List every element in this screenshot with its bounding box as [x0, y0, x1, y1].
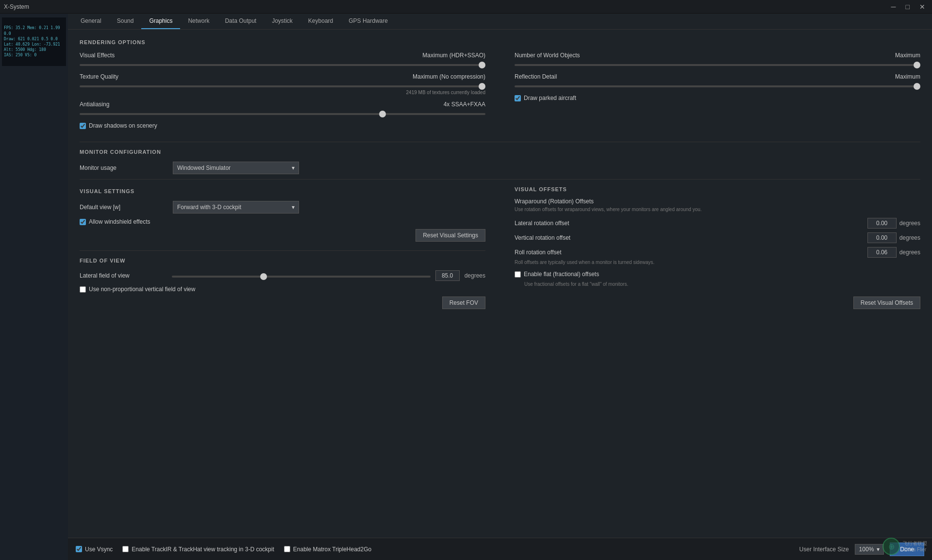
- lateral-fov-slider[interactable]: [172, 276, 431, 278]
- allow-windshield-row[interactable]: Allow windshield effects: [80, 218, 485, 225]
- enable-trackir-label: Enable TrackIR & TrackHat view tracking …: [132, 546, 274, 553]
- antialiasing-value: 4x SSAA+FXAA: [444, 101, 485, 108]
- default-view-select[interactable]: Forward with 3-D cockpit ▾: [173, 201, 299, 214]
- flat-offsets-row[interactable]: Enable flat (fractional) offsets: [515, 271, 920, 278]
- non-proportional-row[interactable]: Use non-proportional vertical field of v…: [80, 286, 485, 293]
- visual-settings-section: VISUAL SETTINGS Default view [w] Forward…: [80, 188, 485, 242]
- tab-data-output[interactable]: Data Output: [217, 14, 264, 29]
- tab-general[interactable]: General: [73, 14, 109, 29]
- visual-effects-label: Visual Effects: [80, 52, 115, 59]
- roll-rotation-unit: degrees: [899, 249, 920, 256]
- visual-offsets-col: VISUAL OFFSETS Wraparound (Rotation) Off…: [515, 186, 920, 309]
- enable-trackir-checkbox[interactable]: [122, 546, 129, 552]
- settings-scroll: RENDERING OPTIONS Visual Effects Maximum…: [68, 30, 932, 538]
- reflection-detail-slider[interactable]: [515, 85, 920, 87]
- world-objects-slider[interactable]: [515, 64, 920, 66]
- content-area: General Sound Graphics Network Data Outp…: [68, 14, 932, 560]
- wraparound-title: Wraparound (Rotation) Offsets: [515, 198, 920, 205]
- monitor-section: MONITOR CONFIGURATION Monitor usage Wind…: [80, 149, 920, 174]
- texture-quality-label-row: Texture Quality Maximum (No compression): [80, 73, 485, 80]
- antialiasing-label-row: Antialiasing 4x SSAA+FXAA: [80, 101, 485, 108]
- allow-windshield-checkbox[interactable]: [80, 219, 86, 225]
- minimize-btn[interactable]: ─: [888, 3, 899, 11]
- draw-shadows-label: Draw shadows on scenery: [89, 122, 157, 129]
- enable-matrox-label: Enable Matrox TripleHead2Go: [293, 546, 371, 553]
- texture-quality-row: Texture Quality Maximum (No compression)…: [80, 73, 485, 95]
- ui-size-chevron: ▾: [877, 546, 880, 553]
- visual-offsets-title: VISUAL OFFSETS: [515, 186, 920, 192]
- flat-offsets-checkbox[interactable]: [515, 271, 521, 278]
- fov-section-title: FIELD OF VIEW: [80, 258, 485, 264]
- monitor-section-title: MONITOR CONFIGURATION: [80, 149, 920, 155]
- lateral-rotation-right: degrees: [867, 218, 920, 229]
- antialiasing-row: Antialiasing 4x SSAA+FXAA: [80, 101, 485, 116]
- world-objects-value: Maximum: [895, 52, 920, 59]
- visual-settings-title: VISUAL SETTINGS: [80, 188, 485, 194]
- tab-network[interactable]: Network: [180, 14, 217, 29]
- tab-sound[interactable]: Sound: [109, 14, 142, 29]
- vertical-rotation-right: degrees: [867, 232, 920, 243]
- non-proportional-checkbox[interactable]: [80, 286, 86, 293]
- watermark-icon: ⊕: [882, 538, 900, 555]
- lateral-fov-input[interactable]: [435, 270, 460, 281]
- world-objects-label-row: Number of World Objects Maximum: [515, 52, 920, 59]
- visual-fov-col: VISUAL SETTINGS Default view [w] Forward…: [80, 186, 485, 309]
- ui-size-label: User Interface Size: [799, 546, 849, 553]
- reset-visual-offsets-btn[interactable]: Reset Visual Offsets: [853, 296, 920, 309]
- tab-joystick[interactable]: Joystick: [264, 14, 300, 29]
- bottom-bar: Use Vsync Enable TrackIR & TrackHat view…: [68, 538, 932, 560]
- watermark-text: 飞行者联盟 China Flier: [903, 540, 927, 553]
- enable-matrox-checkbox[interactable]: [284, 546, 290, 552]
- use-vsync-label: Use Vsync: [85, 546, 113, 553]
- roll-rotation-input[interactable]: [867, 247, 897, 258]
- draw-shadows-row[interactable]: Draw shadows on scenery: [80, 122, 485, 129]
- texture-quality-value: Maximum (No compression): [413, 73, 485, 80]
- monitor-usage-select[interactable]: Windowed Simulator ▾: [173, 162, 299, 174]
- sidebar: FPS: 35.2 Mem: 0.21 1.99 0.0 Draw: 621 0…: [0, 14, 68, 560]
- vertical-rotation-row: Vertical rotation offset degrees: [515, 232, 920, 243]
- ui-size-select[interactable]: 100% ▾: [855, 544, 884, 555]
- use-vsync-row[interactable]: Use Vsync: [76, 546, 113, 553]
- enable-matrox-row[interactable]: Enable Matrox TripleHead2Go: [284, 546, 371, 553]
- lateral-fov-degrees: degrees: [465, 272, 485, 279]
- antialiasing-slider[interactable]: [80, 113, 485, 115]
- reflection-detail-label-row: Reflection Detail Maximum: [515, 73, 920, 80]
- reset-fov-btn[interactable]: Reset FOV: [442, 296, 485, 309]
- lateral-rotation-row: Lateral rotation offset degrees: [515, 218, 920, 229]
- close-btn[interactable]: ✕: [916, 3, 928, 11]
- main-layout: FPS: 35.2 Mem: 0.21 1.99 0.0 Draw: 621 0…: [0, 14, 932, 560]
- reset-visual-settings-btn[interactable]: Reset Visual Settings: [416, 229, 485, 242]
- draw-shadows-checkbox[interactable]: [80, 123, 86, 129]
- default-view-value: Forward with 3-D cockpit: [177, 204, 241, 211]
- visual-effects-slider[interactable]: [80, 64, 485, 66]
- lateral-rotation-input[interactable]: [867, 218, 897, 229]
- fov-section: FIELD OF VIEW Lateral field of view degr…: [80, 258, 485, 309]
- window-title: X-System: [4, 3, 29, 10]
- lateral-fov-label: Lateral field of view: [80, 272, 167, 279]
- titlebar: X-System ─ □ ✕: [0, 0, 932, 14]
- texture-quality-slider[interactable]: [80, 85, 485, 87]
- monitor-usage-row: Monitor usage Windowed Simulator ▾: [80, 162, 920, 174]
- vertical-rotation-unit: degrees: [899, 234, 920, 241]
- lateral-rotation-label: Lateral rotation offset: [515, 220, 569, 227]
- maximize-btn[interactable]: □: [903, 3, 913, 11]
- reset-fov-container: Reset FOV: [80, 296, 485, 309]
- wraparound-desc: Use rotation offsets for wraparound view…: [515, 207, 920, 212]
- tab-keyboard[interactable]: Keyboard: [300, 14, 341, 29]
- draw-parked-checkbox[interactable]: [515, 95, 521, 101]
- non-proportional-label: Use non-proportional vertical field of v…: [89, 286, 195, 293]
- enable-trackir-row[interactable]: Enable TrackIR & TrackHat view tracking …: [122, 546, 274, 553]
- reflection-detail-row: Reflection Detail Maximum: [515, 73, 920, 89]
- tab-gps-hardware[interactable]: GPS Hardware: [341, 14, 396, 29]
- reset-visual-settings-container: Reset Visual Settings: [80, 229, 485, 242]
- lateral-fov-slider-wrap: [172, 272, 431, 279]
- rendering-columns: Visual Effects Maximum (HDR+SSAO) Textur…: [80, 52, 920, 133]
- reset-visual-offsets-container: Reset Visual Offsets: [515, 296, 920, 309]
- tab-graphics[interactable]: Graphics: [141, 14, 180, 29]
- lateral-fov-row: Lateral field of view degrees: [80, 270, 485, 281]
- roll-rotation-label: Roll rotation offset: [515, 249, 562, 256]
- default-view-row: Default view [w] Forward with 3-D cockpi…: [80, 201, 485, 214]
- draw-parked-row[interactable]: Draw parked aircraft: [515, 95, 920, 101]
- vertical-rotation-input[interactable]: [867, 232, 897, 243]
- use-vsync-checkbox[interactable]: [76, 546, 82, 552]
